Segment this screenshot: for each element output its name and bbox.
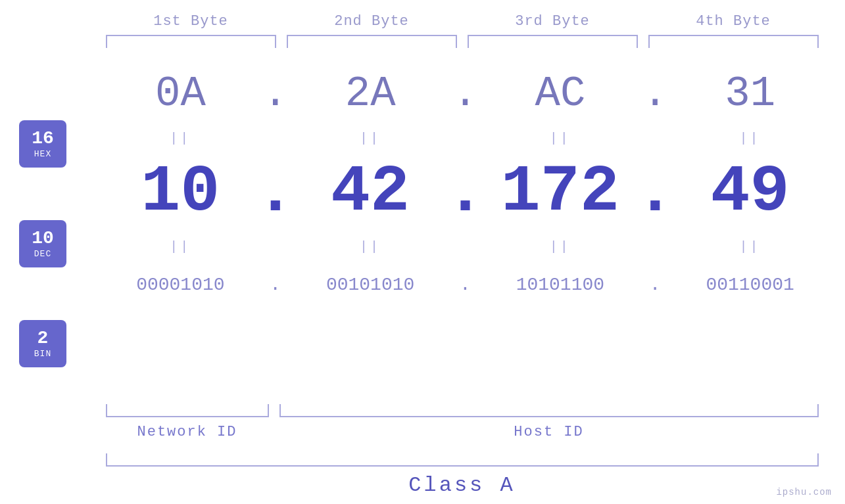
dec-row: 10 . 42 . 172 . 49 [85,150,845,235]
host-id-bracket [279,404,819,417]
hex-dot-1: . [262,70,289,118]
hex-row: 0A . 2A . AC . 31 [85,61,845,127]
id-labels-row: Network ID Host ID [101,424,824,440]
hex-b4-value: 31 [725,70,775,118]
content-area: 16 HEX 10 DEC 2 BIN 0A . [0,61,845,400]
bottom-brackets-row [101,404,824,417]
class-label-row: Class A [101,473,824,497]
top-brackets-row [101,35,824,48]
bin-row: 00001010 . 00101010 . 10101100 . [85,258,845,311]
bin-dot-2: . [452,275,479,295]
top-bracket-4 [648,35,819,48]
dec-dot-3: . [642,156,668,230]
badges-column: 16 HEX 10 DEC 2 BIN [0,61,85,400]
hex-badge-number: 16 [32,129,54,148]
dec-b1-value: 10 [141,160,220,225]
bin-b3-value: 10101100 [516,275,604,295]
footer: ipshu.com [776,487,832,497]
hex-badge-label: HEX [34,149,51,159]
dec-badge: 10 DEC [19,220,66,267]
top-bracket-3 [468,35,638,48]
eq2-b3: || [479,239,642,254]
network-id-bracket [106,404,269,417]
eq1-b1: || [99,131,262,146]
equals-row-1: || || || || [85,127,845,150]
dec-b4-cell: 49 [668,160,832,225]
equals-row-2: || || || || [85,235,845,258]
hex-b1-cell: 0A [99,70,262,118]
byte1-label: 1st Byte [101,13,281,30]
dec-b2-cell: 42 [289,160,452,225]
byte4-label: 4th Byte [643,13,824,30]
bin-b4-value: 00110001 [706,275,794,295]
main-container: 1st Byte 2nd Byte 3rd Byte 4th Byte 16 H… [0,0,845,504]
eq1-b3: || [479,131,642,146]
dec-b3-cell: 172 [479,160,642,225]
class-bracket-row [101,453,824,467]
class-bracket [106,453,819,467]
dec-dot-2: . [452,156,479,230]
dec-b2-value: 42 [331,160,410,225]
hex-b2-value: 2A [345,70,396,118]
rows-area: 0A . 2A . AC . 31 [85,61,845,400]
bin-b2-cell: 00101010 [289,275,452,295]
dec-badge-label: DEC [34,249,51,259]
byte2-label: 2nd Byte [281,13,462,30]
bin-b2-value: 00101010 [326,275,414,295]
dec-b3-value: 172 [501,160,619,225]
bin-b1-value: 00001010 [136,275,224,295]
dec-dot-1: . [262,156,289,230]
top-bracket-2 [287,35,457,48]
hex-b3-cell: AC [479,70,642,118]
byte3-label: 3rd Byte [462,13,643,30]
eq2-b2: || [289,239,452,254]
hex-b2-cell: 2A [289,70,452,118]
bin-b1-cell: 00001010 [99,275,262,295]
byte-labels-row: 1st Byte 2nd Byte 3rd Byte 4th Byte [101,13,824,30]
eq2-b1: || [99,239,262,254]
hex-b1-value: 0A [155,70,206,118]
bin-b4-cell: 00110001 [668,275,832,295]
bin-b3-cell: 10101100 [479,275,642,295]
bin-badge-label: BIN [34,349,51,359]
hex-badge: 16 HEX [19,120,66,168]
eq1-b2: || [289,131,452,146]
top-bracket-1 [106,35,276,48]
hex-b3-value: AC [535,70,585,118]
bin-badge: 2 BIN [19,320,66,367]
hex-dot-2: . [452,70,479,118]
hex-dot-3: . [642,70,668,118]
dec-b1-cell: 10 [99,160,262,225]
class-label: Class A [408,473,515,497]
eq1-b4: || [668,131,832,146]
dec-badge-number: 10 [32,229,54,248]
bin-dot-3: . [642,275,668,295]
bin-dot-1: . [262,275,289,295]
dec-b4-value: 49 [711,160,790,225]
eq2-b4: || [668,239,832,254]
host-id-label: Host ID [279,424,819,440]
hex-b4-cell: 31 [668,70,832,118]
bin-badge-number: 2 [37,329,49,348]
network-id-label: Network ID [106,424,269,440]
